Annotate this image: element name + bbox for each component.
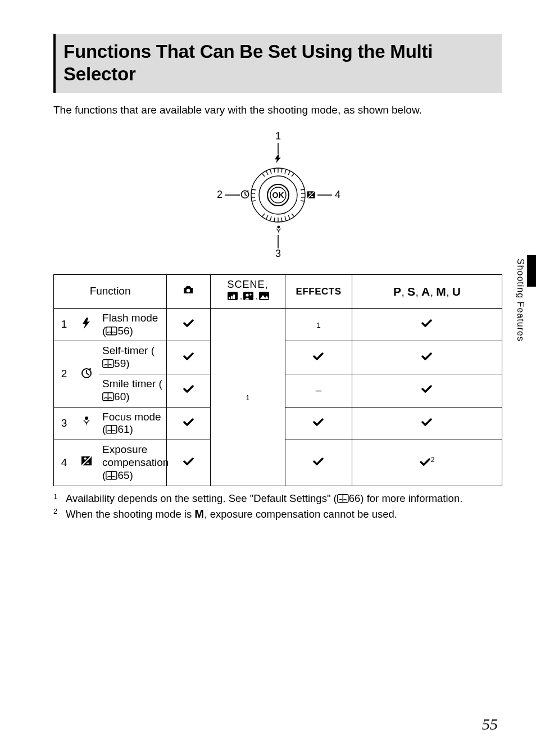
svg-line-24 [274,218,275,221]
row-icon [74,341,99,407]
svg-line-33 [252,201,256,201]
cell-scene-merged: 1 [211,308,285,486]
diagram-label-left: 2 [216,189,222,200]
check-icon [183,418,194,427]
camera-icon [182,284,196,296]
svg-rect-42 [231,296,233,299]
check-icon [313,352,324,361]
cell-auto [167,308,211,341]
intro-text: The functions that are available vary wi… [53,103,502,117]
multi-selector-svg: 1 2 3 4 [199,130,357,260]
svg-line-17 [281,169,282,173]
th-effects: EFFECTS [285,275,352,309]
cell-psamu [352,308,502,341]
page-ref-icon [102,359,114,368]
row-label: Smile timer (60) [99,374,167,407]
svg-line-27 [285,216,286,220]
scene-mode-icons: , , [226,291,269,301]
footnote-1: 1 Availability depends on the setting. S… [53,492,502,506]
ok-button-label: OK [272,191,284,200]
svg-rect-41 [229,297,230,299]
svg-line-28 [288,215,290,219]
cell-psamu: 2 [352,440,502,486]
page-ref-icon [106,425,117,434]
cell-auto [167,341,211,374]
th-scene: SCENE, , , [211,275,285,309]
row-num: 2 [54,341,74,407]
svg-text:,: , [240,292,242,301]
multi-selector-diagram: 1 2 3 4 [53,130,502,260]
cell-effects [285,341,352,374]
diagram-label-bottom: 3 [275,248,280,259]
diagram-label-top: 1 [275,130,280,142]
footnote-2: 2 When the shooting mode is M, exposure … [53,506,502,522]
functions-table: Function SCENE, , [53,274,502,486]
svg-line-22 [266,215,268,219]
th-auto-mode [167,275,211,309]
exposure-comp-icon [80,455,93,467]
cell-psamu [352,407,502,440]
cell-auto [167,440,211,486]
footnotes: 1 Availability depends on the setting. S… [53,492,502,522]
check-icon [421,384,433,393]
table-row: 1 Flash mode (56) 1 1 [54,308,502,341]
macro-icon [80,415,93,428]
section-tab: Shooting Features [515,255,536,342]
check-icon [420,458,431,467]
cell-psamu [352,341,502,374]
cell-auto [167,407,211,440]
svg-point-46 [246,293,248,296]
svg-line-18 [285,170,286,174]
page-title-block: Functions That Can Be Set Using the Mult… [53,34,502,93]
page-ref-icon [102,392,114,401]
row-icon [74,440,99,486]
cell-auto [167,374,211,407]
check-icon [421,319,433,328]
svg-line-15 [274,169,275,173]
row-num: 4 [54,440,74,486]
check-icon [183,319,194,328]
svg-line-26 [281,218,282,221]
self-timer-icon [80,366,93,379]
svg-line-30 [252,189,256,190]
section-tab-marker [527,255,536,287]
svg-line-20 [292,174,294,176]
row-icon [74,308,99,341]
cell-effects [285,440,352,486]
row-icon [74,407,99,440]
check-icon [421,352,433,361]
cell-psamu [352,374,502,407]
check-icon [183,384,194,393]
svg-line-19 [288,171,290,175]
row-label: Focus mode (61) [99,407,167,440]
th-psamu: P, S, A, M, U [352,275,502,309]
row-num: 1 [54,308,74,341]
check-icon [421,418,433,427]
th-function: Function [54,275,167,309]
page-ref-icon [337,494,349,503]
check-icon [183,352,194,361]
svg-line-34 [301,189,305,190]
row-num: 3 [54,407,74,440]
row-label: Flash mode (56) [99,308,167,341]
page-number: 55 [482,716,498,734]
page-title: Functions That Can Be Set Using the Mult… [63,40,493,86]
diagram-label-right: 4 [334,189,340,200]
svg-line-23 [270,216,271,220]
cell-effects: 1 [285,308,352,341]
flash-icon [80,317,93,329]
svg-line-12 [262,174,265,176]
cell-effects [285,407,352,440]
svg-text:,: , [256,292,258,301]
svg-line-14 [270,170,271,174]
row-label: Self-timer (59) [99,341,167,374]
svg-line-21 [262,214,265,216]
section-tab-label: Shooting Features [515,255,527,342]
page-ref-icon [106,327,117,336]
check-icon [313,418,324,427]
svg-line-29 [292,214,294,216]
row-label: Exposure compensation (65) [99,440,167,486]
svg-line-37 [301,201,305,201]
check-icon [313,457,324,466]
cell-effects: – [285,374,352,407]
